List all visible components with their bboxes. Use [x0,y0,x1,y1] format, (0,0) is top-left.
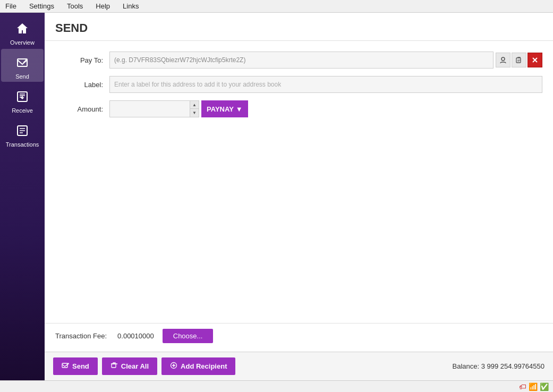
amount-down-button[interactable]: ▼ [190,109,199,117]
balance-display: Balance: 3 999 254.99764550 [453,362,545,370]
amount-input[interactable] [110,101,190,117]
fee-label: Transaction Fee: [55,332,107,340]
network-status-icon: 📶 [529,382,538,391]
send-button-label: Send [72,362,89,370]
receive-icon [13,87,32,106]
transactions-icon [13,121,32,140]
page-title: SEND [45,13,553,41]
menu-tools[interactable]: Tools [64,1,86,11]
sidebar-overview-label: Overview [10,39,35,46]
amount-wrap: ▲ ▼ PAYNAY ▼ [109,100,248,117]
amount-row: Amount: ▲ ▼ PAYNAY ▼ [55,100,542,117]
currency-selector[interactable]: PAYNAY ▼ [201,100,248,117]
fee-area: Transaction Fee: 0.00010000 Choose... [45,323,553,352]
send-icon [13,53,32,72]
clear-all-button[interactable]: Clear All [102,357,157,375]
amount-up-button[interactable]: ▲ [190,101,199,109]
sidebar-send-label: Send [15,73,29,80]
sidebar-receive-label: Receive [12,107,33,114]
content-area: SEND Pay To: [45,13,553,380]
sidebar-item-send[interactable]: Send [1,49,44,82]
label-input-wrap [109,76,542,93]
add-recipient-button[interactable]: Add Recipient [161,357,235,375]
send-button[interactable]: Send [53,357,98,375]
address-book-button[interactable] [496,53,511,67]
form-area: Pay To: [45,41,553,323]
menubar: File Settings Tools Help Links [0,0,553,13]
add-recipient-label: Add Recipient [181,362,227,370]
pay-to-input[interactable] [109,52,494,69]
label-input[interactable] [109,76,542,93]
amount-input-group: ▲ ▼ [109,100,199,117]
svg-rect-6 [112,364,116,368]
amount-input-wrap: ▲ ▼ PAYNAY ▼ [109,100,542,117]
send-button-icon [62,362,69,371]
clear-pay-to-button[interactable] [528,53,542,67]
menu-settings[interactable]: Settings [26,1,57,11]
tag-status-icon: 🏷 [519,382,526,391]
choose-fee-button[interactable]: Choose... [163,329,214,343]
menu-help[interactable]: Help [92,1,113,11]
svg-point-3 [501,57,505,61]
sidebar-item-overview[interactable]: Overview [1,15,44,48]
check-status-icon: ✅ [540,382,549,391]
pay-to-label: Pay To: [55,56,103,64]
sidebar-transactions-label: Transactions [6,141,39,148]
pay-to-row: Pay To: [55,52,542,69]
pay-to-input-wrap [109,52,542,69]
clear-all-label: Clear All [121,362,149,370]
paste-button[interactable] [512,53,526,67]
amount-spinner: ▲ ▼ [190,101,199,117]
sidebar-item-transactions[interactable]: Transactions [1,117,44,150]
add-icon [170,362,177,371]
menu-file[interactable]: File [2,1,20,11]
clear-icon [110,362,118,371]
sidebar: Overview Send Receive [0,13,45,380]
fee-value: 0.00010000 [117,332,154,340]
amount-label: Amount: [55,105,103,113]
label-label: Label: [55,81,103,89]
label-row: Label: [55,76,542,93]
home-icon [13,19,32,38]
pay-to-actions [496,53,542,67]
menu-links[interactable]: Links [120,1,142,11]
sidebar-item-receive[interactable]: Receive [1,83,44,116]
currency-label: PAYNAY [207,105,234,113]
status-bar: 🏷 📶 ✅ [0,380,553,392]
currency-arrow-icon: ▼ [236,105,243,113]
bottom-bar: Send Clear All Add Recip [45,352,553,380]
